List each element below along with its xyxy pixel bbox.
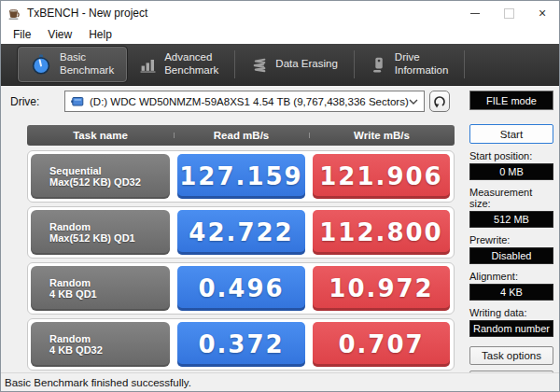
write-value-cell: 0.707 — [313, 322, 450, 367]
minimize-button[interactable] — [458, 1, 492, 25]
drive-icon — [371, 57, 386, 73]
write-value-cell: 121.906 — [313, 154, 450, 199]
close-icon: × — [539, 7, 546, 20]
refresh-drives-button[interactable] — [429, 91, 450, 112]
table-row: Random 4 KB QD1 0.496 10.972 — [27, 262, 455, 315]
tab-label: Basic Benchmark — [60, 51, 114, 77]
drive-label: Drive: — [10, 95, 39, 108]
app-coffee-cup-icon — [7, 7, 21, 21]
chevron-down-icon — [409, 99, 418, 105]
writing-data-value[interactable]: Random number — [469, 320, 553, 337]
refresh-icon — [433, 95, 446, 108]
tab-label-line1: Drive — [395, 51, 449, 64]
tab-data-erasing[interactable]: Data Erasing — [238, 47, 350, 82]
tab-label-line2: Information — [395, 64, 449, 77]
table-row: Random Max(512 KB) QD1 42.722 112.800 — [27, 206, 455, 259]
task-line1: Random — [49, 333, 170, 344]
writing-data-label: Writing data: — [469, 307, 553, 318]
header-read: Read mB/s — [174, 130, 309, 141]
tab-label: Advanced Benchmark — [164, 51, 218, 77]
status-text: Basic Benchmark finished successfully. — [5, 377, 191, 388]
measurement-size-value[interactable]: 512 MB — [469, 211, 553, 228]
bar-chart-icon — [140, 57, 156, 73]
prewrite-value[interactable]: Disabled — [469, 247, 553, 264]
measurement-size-label: Measurement size: — [469, 187, 553, 209]
tab-label: Drive Information — [395, 51, 449, 77]
drive-select[interactable]: (D:) WDC WD50NMZM-59A8XS1 4.54 TB (9,767… — [64, 91, 425, 112]
alignment-value[interactable]: 4 KB — [469, 284, 553, 301]
table-row: Random 4 KB QD32 0.372 0.707 — [27, 318, 455, 371]
maximize-button[interactable] — [492, 1, 525, 25]
task-options-button[interactable]: Task options — [469, 346, 553, 365]
table-row: Sequential Max(512 KB) QD32 127.159 121.… — [27, 150, 455, 203]
header-task-name: Task name — [27, 130, 174, 141]
stopwatch-icon — [31, 54, 51, 75]
read-value-cell: 127.159 — [177, 154, 305, 199]
task-cell: Random 4 KB QD1 — [31, 266, 170, 311]
task-cell: Random Max(512 KB) QD1 — [31, 210, 170, 255]
tab-label-line1: Basic — [60, 51, 114, 64]
minimize-icon — [470, 13, 480, 14]
read-value-cell: 0.496 — [177, 266, 305, 311]
start-position-value[interactable]: 0 MB — [469, 163, 553, 180]
task-line1: Random — [49, 221, 170, 232]
start-position-label: Start position: — [469, 150, 553, 161]
tab-label-line2: Benchmark — [164, 64, 218, 77]
toolbar-separator — [354, 50, 355, 78]
tab-basic-benchmark[interactable]: Basic Benchmark — [18, 47, 127, 82]
task-line1: Sequential — [49, 165, 170, 176]
maximize-icon — [504, 8, 514, 19]
read-value-cell: 0.372 — [177, 322, 305, 367]
window-controls: × — [458, 1, 559, 25]
hard-drive-icon — [71, 96, 84, 107]
header-write: Write mB/s — [309, 130, 455, 141]
menu-file[interactable]: File — [5, 27, 39, 42]
table-header: Task name Read mB/s Write mB/s — [27, 125, 455, 146]
task-line2: Max(512 KB) QD1 — [49, 232, 170, 244]
tab-advanced-benchmark[interactable]: Advanced Benchmark — [127, 47, 231, 82]
file-mode-button[interactable]: FILE mode — [469, 91, 553, 110]
menu-help[interactable]: Help — [80, 27, 120, 42]
tab-label-line1: Advanced — [164, 51, 218, 64]
alignment-label: Alignment: — [469, 271, 553, 282]
benchmark-table: Task name Read mB/s Write mB/s Sequentia… — [27, 125, 455, 371]
write-value-cell: 10.972 — [313, 266, 450, 311]
app-window: TxBENCH - New project × File View Help B… — [0, 0, 560, 392]
window-title: TxBENCH - New project — [27, 7, 147, 20]
task-line2: 4 KB QD1 — [49, 288, 170, 300]
tab-label-line2: Benchmark — [60, 64, 114, 77]
close-button[interactable]: × — [525, 1, 559, 25]
settings-panel: FILE mode Start Start position: 0 MB Mea… — [469, 91, 553, 389]
eraser-zigzag-icon — [251, 57, 267, 73]
title-bar: TxBENCH - New project × — [1, 1, 559, 25]
task-cell: Sequential Max(512 KB) QD32 — [31, 154, 170, 199]
read-value-cell: 42.722 — [177, 210, 305, 255]
tab-drive-information[interactable]: Drive Information — [357, 47, 462, 82]
toolbar-separator — [464, 50, 465, 78]
task-line2: Max(512 KB) QD32 — [49, 176, 170, 188]
drive-select-value: (D:) WDC WD50NMZM-59A8XS1 4.54 TB (9,767… — [90, 96, 409, 107]
prewrite-label: Prewrite: — [469, 234, 553, 245]
write-value-cell: 112.800 — [313, 210, 450, 255]
tab-label: Data Erasing — [275, 58, 337, 71]
task-line1: Random — [49, 277, 170, 288]
status-bar: Basic Benchmark finished successfully. — [1, 372, 559, 391]
toolbar: Basic Benchmark Advanced Benchmark — [1, 44, 559, 86]
start-button[interactable]: Start — [469, 124, 553, 144]
task-cell: Random 4 KB QD32 — [31, 322, 170, 367]
toolbar-separator — [234, 50, 235, 78]
tab-label-line1: Data Erasing — [275, 58, 337, 71]
menu-bar: File View Help — [1, 25, 559, 44]
menu-view[interactable]: View — [39, 27, 80, 42]
task-line2: 4 KB QD32 — [49, 344, 170, 356]
